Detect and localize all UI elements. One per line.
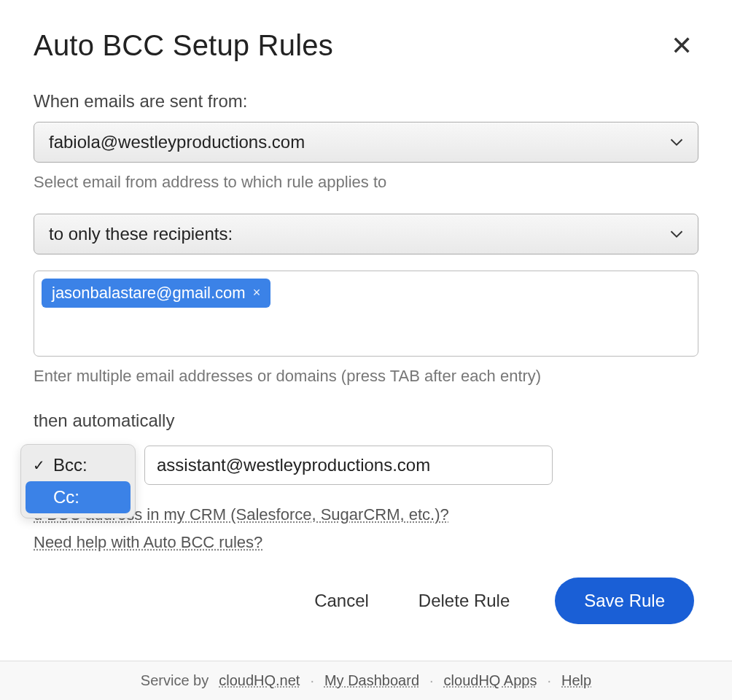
footer-separator: ·: [547, 672, 551, 689]
chevron-down-icon: [670, 230, 683, 238]
dialog-header: Auto BCC Setup Rules ✕: [34, 29, 698, 62]
recipient-chip[interactable]: jasonbalastare@gmail.com ×: [42, 279, 270, 308]
dialog-auto-bcc-rules: Auto BCC Setup Rules ✕ When emails are s…: [0, 0, 732, 700]
recipient-chip-text: jasonbalastare@gmail.com: [52, 284, 246, 303]
footer-link-help[interactable]: Help: [561, 672, 591, 689]
from-address-select[interactable]: fabiola@westleyproductions.com: [34, 122, 698, 163]
chip-remove-icon[interactable]: ×: [253, 285, 261, 301]
close-icon[interactable]: ✕: [665, 30, 698, 62]
recipients-filter-select[interactable]: to only these recipients:: [34, 214, 698, 254]
footer-link-dashboard[interactable]: My Dashboard: [324, 672, 419, 689]
dropdown-option-label: Cc:: [53, 487, 79, 508]
from-helper-text: Select email from address to which rule …: [34, 173, 698, 192]
footer-service-prefix: Service by: [141, 672, 209, 689]
dialog-title: Auto BCC Setup Rules: [34, 29, 333, 62]
recipients-chip-input[interactable]: jasonbalastare@gmail.com ×: [34, 271, 698, 357]
action-label: then automatically: [34, 411, 698, 431]
footer-link-apps[interactable]: cloudHQ Apps: [444, 672, 537, 689]
dropdown-option-bcc[interactable]: Bcc:: [26, 449, 131, 481]
help-link-rules[interactable]: Need help with Auto BCC rules?: [34, 533, 262, 551]
from-address-value: fabiola@westleyproductions.com: [49, 132, 305, 152]
target-email-input[interactable]: [144, 446, 553, 485]
action-row: Bcc: Cc:: [34, 446, 698, 485]
footer-separator: ·: [429, 672, 434, 689]
recipients-helper-text: Enter multiple email addresses or domain…: [34, 367, 698, 386]
footer-bar: Service by cloudHQ.net · My Dashboard · …: [0, 661, 732, 700]
dropdown-option-cc[interactable]: Cc:: [26, 481, 131, 513]
from-label: When emails are sent from:: [34, 91, 698, 112]
delete-rule-button[interactable]: Delete Rule: [414, 583, 514, 618]
save-rule-button[interactable]: Save Rule: [555, 578, 694, 624]
bcc-cc-dropdown-open: Bcc: Cc:: [20, 444, 136, 518]
footer-link-cloudhq[interactable]: cloudHQ.net: [219, 672, 300, 689]
footer-separator: ·: [310, 672, 314, 689]
cancel-button[interactable]: Cancel: [310, 583, 373, 618]
chevron-down-icon: [670, 138, 683, 147]
recipients-filter-value: to only these recipients:: [49, 224, 233, 244]
dropdown-option-label: Bcc:: [53, 455, 87, 475]
dialog-buttons: Cancel Delete Rule Save Rule: [34, 578, 698, 624]
